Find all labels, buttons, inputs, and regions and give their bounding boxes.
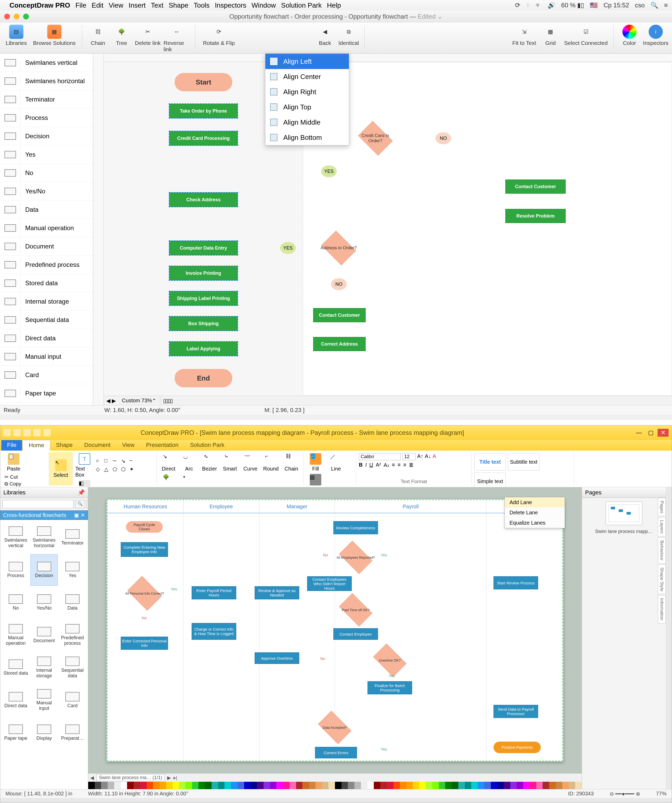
identical-button[interactable]: ⧉Identical xyxy=(338,24,359,46)
palette-swatch[interactable] xyxy=(478,782,484,789)
wf-pv-produce[interactable]: Produce Payments xyxy=(493,741,541,753)
tab-home[interactable]: Home xyxy=(23,440,50,450)
menu-text[interactable]: Text xyxy=(151,1,164,10)
wf-pr-q3[interactable]: Overtime OK? xyxy=(370,647,410,673)
shape-item[interactable]: Stored data xyxy=(0,274,93,293)
clock[interactable]: Cp 15:52 xyxy=(604,2,629,9)
conn-direct[interactable]: ↘Direct xyxy=(159,453,178,472)
conn-smart[interactable]: ⤷Smart xyxy=(221,453,239,472)
library-item[interactable]: Display xyxy=(31,717,57,748)
menu-extra-icon[interactable]: ≡ xyxy=(664,2,668,9)
libraries-button[interactable]: ▤Libraries xyxy=(3,24,29,46)
shape-item[interactable]: Manual input xyxy=(0,348,93,366)
align-right-item[interactable]: Align Right xyxy=(265,84,349,99)
lane-header-payroll[interactable]: Payroll xyxy=(335,500,487,513)
terminator-payroll-start[interactable]: Payroll Cycle Closes xyxy=(126,521,163,533)
shape-item[interactable]: Direct data xyxy=(0,329,93,348)
palette-swatch[interactable] xyxy=(166,782,173,789)
inspectors-button[interactable]: iInspectors xyxy=(643,24,669,46)
palette-swatch[interactable] xyxy=(543,782,549,789)
palette-swatch[interactable] xyxy=(432,782,439,789)
process-contact-cust[interactable]: Contact Customer xyxy=(505,179,566,193)
palette-swatch[interactable] xyxy=(199,782,205,789)
palette-swatch[interactable] xyxy=(335,782,342,789)
menu-file[interactable]: File xyxy=(75,1,86,10)
menu-tools[interactable]: Tools xyxy=(194,1,210,10)
library-item[interactable]: No xyxy=(2,587,29,618)
zoom-window-button[interactable] xyxy=(23,14,29,20)
palette-swatch[interactable] xyxy=(212,782,218,789)
library-item[interactable]: Stored data xyxy=(2,652,29,683)
wf-pv-send-data[interactable]: Send Data to Payroll Processor xyxy=(493,705,538,718)
process-take-order[interactable]: Take Order by Phone xyxy=(169,104,238,118)
palette-swatch[interactable] xyxy=(329,782,335,789)
library-item[interactable]: Yes/No xyxy=(31,587,57,618)
process-invoice[interactable]: Invoice Printing xyxy=(169,266,238,280)
palette-swatch[interactable] xyxy=(231,782,238,789)
align-center-icon[interactable]: ≡ xyxy=(397,462,400,468)
palette-swatch[interactable] xyxy=(316,782,322,789)
library-item[interactable]: Manual operation xyxy=(2,619,29,650)
library-item[interactable]: Sequential data xyxy=(59,652,86,683)
library-item[interactable]: Yes xyxy=(59,554,86,585)
add-lane-item[interactable]: Add Lane xyxy=(505,497,565,507)
lane-header-employee[interactable]: Employee xyxy=(184,500,259,513)
font-grow-icon[interactable]: A↑ xyxy=(417,453,423,460)
menu-shape[interactable]: Shape xyxy=(169,1,188,10)
shape-item[interactable]: Yes/No xyxy=(0,182,93,200)
palette-swatch[interactable] xyxy=(400,782,406,789)
palette-swatch[interactable] xyxy=(394,782,400,789)
palette-swatch[interactable] xyxy=(556,782,562,789)
palette-swatch[interactable] xyxy=(159,782,166,789)
side-tab-pages[interactable]: Pages xyxy=(658,498,666,516)
wf-pr-correct-errors[interactable]: Correct Errors xyxy=(315,747,357,758)
font-family-select[interactable] xyxy=(359,453,401,460)
tab-document[interactable]: Document xyxy=(78,440,116,450)
wf-pr-finalize[interactable]: Finalize for Batch Processing xyxy=(368,681,412,694)
cut-button[interactable]: ✂ Cut xyxy=(5,474,26,480)
palette-swatch[interactable] xyxy=(147,782,153,789)
lane-header-manager[interactable]: Manager xyxy=(259,500,335,513)
wf-hr-complete[interactable]: Complete Entering New Employee Info xyxy=(121,542,168,557)
library-item[interactable]: Preparat… xyxy=(59,717,86,748)
user-menu[interactable]: cso xyxy=(635,2,645,9)
palette-swatch[interactable] xyxy=(264,782,270,789)
sup-button[interactable]: A² xyxy=(376,462,381,468)
library-search-input[interactable] xyxy=(2,500,73,508)
process-cc[interactable]: Credit Card Processing xyxy=(169,131,238,145)
conn-round[interactable]: ⌐Round xyxy=(262,453,280,472)
palette-swatch[interactable] xyxy=(536,782,543,789)
wf-mgr-review[interactable]: Review & Approve as Needed xyxy=(255,586,299,599)
sub-button[interactable]: A₂ xyxy=(384,462,389,468)
back-button[interactable]: ◀Back xyxy=(314,24,335,46)
tree-button[interactable]: 🌳Tree xyxy=(111,24,132,52)
app-menu[interactable]: ConceptDraw PRO xyxy=(10,1,70,10)
palette-swatch[interactable] xyxy=(380,782,387,789)
shape-item[interactable]: Card xyxy=(0,366,93,384)
palette-swatch[interactable] xyxy=(530,782,536,789)
palette-swatch[interactable] xyxy=(114,782,121,789)
equalize-lanes-item[interactable]: Equalize Lanes xyxy=(505,518,565,528)
page-thumbnail[interactable] xyxy=(605,501,642,525)
tab-view[interactable]: View xyxy=(116,440,140,450)
palette-swatch[interactable] xyxy=(562,782,569,789)
decision-cc[interactable]: Credit Card in Order? xyxy=(356,124,395,153)
shape-item[interactable]: Paper tape xyxy=(0,384,93,403)
library-item[interactable]: Predefined process xyxy=(59,619,86,650)
palette-swatch[interactable] xyxy=(107,782,114,789)
palette-swatch[interactable] xyxy=(225,782,231,789)
close-button[interactable]: ✕ xyxy=(657,429,669,437)
palette-swatch[interactable] xyxy=(251,782,257,789)
title-style-1[interactable]: Title text xyxy=(474,453,506,470)
palette-swatch[interactable] xyxy=(445,782,452,789)
italic-button[interactable]: I xyxy=(365,462,367,468)
process-contact2[interactable]: Contact Customer xyxy=(313,308,366,322)
palette-swatch[interactable] xyxy=(504,782,510,789)
palette-swatch[interactable] xyxy=(484,782,491,789)
palette-swatch[interactable] xyxy=(491,782,498,789)
palette-swatch[interactable] xyxy=(205,782,212,789)
library-item[interactable]: Document xyxy=(31,619,57,650)
sync-icon[interactable]: ⟳ xyxy=(515,2,520,9)
line-button[interactable]: ／Line xyxy=(327,453,345,472)
palette-swatch[interactable] xyxy=(257,782,264,789)
